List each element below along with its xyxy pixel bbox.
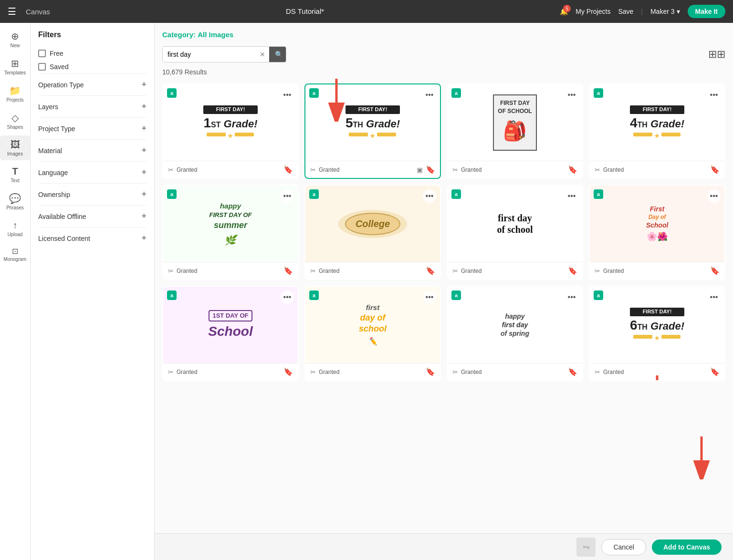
add-to-canvas-button[interactable]: Add to Canvas: [652, 539, 722, 555]
bookmark-icon[interactable]: 🔖: [710, 165, 720, 174]
sidebar-item-monogram[interactable]: ⊡ Monogram: [0, 243, 30, 266]
card-menu-button[interactable]: •••: [281, 290, 294, 304]
card-menu-button[interactable]: •••: [565, 290, 578, 304]
card-badge: a: [594, 88, 603, 98]
card-menu-button[interactable]: •••: [423, 290, 436, 304]
image-card[interactable]: a ••• FIRST DAY! 6TH Grade! ★ ✂ Gran: [589, 286, 725, 381]
bookmark-icon[interactable]: 🔖: [568, 266, 577, 275]
nav-right: 🔔 5 My Projects Save | Maker 3 ▾ Make It: [560, 5, 725, 18]
sidebar-item-text[interactable]: T Text: [0, 162, 30, 187]
category-value: All Images: [198, 31, 233, 39]
preview-icon[interactable]: ▣: [417, 166, 423, 174]
filter-section-available-offline[interactable]: Available Offline +: [38, 205, 147, 227]
search-wrapper: ✕ 🔍: [162, 46, 286, 62]
bookmark-icon[interactable]: 🔖: [283, 367, 293, 376]
card-menu-button[interactable]: •••: [423, 88, 436, 102]
image-grid: a ••• FIRST DAY! 1ST Grade! ★ ✂ Gran: [162, 83, 725, 381]
image-card[interactable]: a ••• First Day of School 🌸🌺 ✂ Granted 🔖: [589, 185, 725, 280]
bookmark-icon[interactable]: 🔖: [426, 165, 435, 174]
filter-free[interactable]: Free: [38, 47, 147, 60]
card-menu-button[interactable]: •••: [707, 88, 721, 102]
search-clear-icon[interactable]: ✕: [256, 51, 269, 58]
image-card[interactable]: a ••• FIRST DAY! 4TH Grade! ★ ✂ Gran: [589, 83, 725, 179]
save-button[interactable]: Save: [618, 8, 633, 15]
filter-section-operation-type[interactable]: Operation Type +: [38, 73, 147, 95]
card-menu-button[interactable]: •••: [565, 88, 578, 102]
cut-icon: ✂: [595, 166, 600, 174]
card-art: 1ST DAY OF School: [208, 310, 252, 339]
bookmark-icon[interactable]: 🔖: [710, 266, 720, 275]
card-image-area: a ••• FIRST DAY OF SCHOOL 🎒: [448, 84, 582, 161]
card-menu-button[interactable]: •••: [707, 290, 721, 304]
menu-icon[interactable]: ☰: [8, 6, 16, 17]
card-footer: ✂ Granted 🔖: [590, 161, 724, 178]
filter-section-material[interactable]: Material +: [38, 139, 147, 161]
bookmark-icon[interactable]: 🔖: [568, 367, 577, 376]
bookmark-icon[interactable]: 🔖: [283, 165, 293, 174]
search-button[interactable]: 🔍: [269, 47, 286, 62]
card-menu-button[interactable]: •••: [423, 189, 436, 203]
card-menu-button[interactable]: •••: [281, 88, 294, 102]
my-projects-button[interactable]: My Projects: [576, 8, 610, 15]
phrases-icon: 💬: [9, 193, 21, 204]
bookmark-icon[interactable]: 🔖: [426, 266, 435, 275]
image-card[interactable]: a ••• first day of school ✏️ ✂ Granted 🔖: [304, 286, 441, 381]
cut-icon: ✂: [310, 166, 316, 174]
free-checkbox[interactable]: [38, 50, 46, 57]
filter-section-language[interactable]: Language +: [38, 161, 147, 183]
filter-section-licensed-content[interactable]: Licensed Content +: [38, 227, 147, 249]
sidebar-item-shapes[interactable]: ◇ Shapes: [0, 108, 30, 134]
image-card[interactable]: a ••• happy first day of spring ✂ Grante…: [447, 286, 583, 381]
card-badge: a: [167, 189, 177, 199]
saved-checkbox[interactable]: [38, 63, 46, 71]
cut-icon: ✂: [452, 368, 458, 376]
filter-saved[interactable]: Saved: [38, 60, 147, 73]
card-footer: ✂ Granted 🔖: [163, 161, 298, 178]
bookmark-icon[interactable]: 🔖: [568, 165, 577, 174]
make-it-button[interactable]: Make It: [688, 5, 725, 18]
sidebar-item-new[interactable]: ⊕ New: [0, 27, 30, 52]
card-footer: ✂ Granted 🔖: [448, 161, 582, 178]
card-menu-button[interactable]: •••: [565, 189, 578, 203]
card-badge: a: [594, 189, 603, 199]
available-offline-label: Available Offline: [38, 213, 86, 220]
sidebar-label-phrases: Phrases: [6, 205, 24, 210]
card-art: FIRST DAY! 5TH Grade! ★: [346, 105, 400, 139]
sidebar-item-images[interactable]: 🖼 Images: [0, 135, 30, 160]
card-badge: a: [451, 88, 461, 98]
layers-expand-icon: +: [141, 102, 147, 112]
image-card[interactable]: a ••• first day of school ✂ Granted 🔖: [447, 185, 583, 280]
image-card[interactable]: a ••• FIRST DAY! 5TH Grade! ★ ✂ Gran: [304, 83, 441, 179]
filter-section-project-type[interactable]: Project Type +: [38, 117, 147, 139]
maker-selector[interactable]: Maker 3 ▾: [650, 8, 680, 15]
filter-section-ownership[interactable]: Ownership +: [38, 183, 147, 205]
bookmark-icon[interactable]: 🔖: [283, 266, 293, 275]
card-art: happy FIRST DAY OF summer 🌿: [209, 201, 251, 247]
filter-section-layers[interactable]: Layers +: [38, 95, 147, 117]
image-card[interactable]: a ••• FIRST DAY! 1ST Grade! ★ ✂ Gran: [162, 83, 299, 179]
image-card[interactable]: a ••• 1ST DAY OF School ✂ Granted 🔖: [162, 286, 299, 381]
sidebar-item-upload[interactable]: ↑ Upload: [0, 216, 30, 241]
card-footer: ✂ Granted 🔖: [305, 262, 440, 279]
card-menu-button[interactable]: •••: [707, 189, 721, 203]
notification-bell[interactable]: 🔔 5: [560, 8, 568, 15]
cancel-button[interactable]: Cancel: [601, 539, 646, 555]
sidebar-item-templates[interactable]: ⊞ Templates: [0, 54, 30, 79]
licensed-content-label: Licensed Content: [38, 235, 90, 242]
sidebar-item-phrases[interactable]: 💬 Phrases: [0, 189, 30, 214]
project-type-label: Project Type: [38, 125, 75, 133]
card-art: first day of school ✏️: [359, 303, 387, 346]
bookmark-icon[interactable]: 🔖: [426, 367, 435, 376]
bookmark-icon[interactable]: 🔖: [710, 367, 720, 376]
sidebar-label-monogram: Monogram: [4, 257, 27, 262]
ownership-expand-icon: +: [141, 189, 147, 199]
image-card[interactable]: a ••• happy FIRST DAY OF summer 🌿 ✂ Gran…: [162, 185, 299, 280]
search-input[interactable]: [163, 47, 256, 62]
main-content: Category: All Images ✕ 🔍 ⊞⊞ 10,679 Resul…: [155, 23, 733, 560]
image-card[interactable]: a ••• College ✂ Granted 🔖: [304, 185, 441, 280]
sidebar-item-projects[interactable]: 📁 Projects: [0, 81, 30, 106]
image-card[interactable]: a ••• FIRST DAY OF SCHOOL 🎒 ✂ Granted 🔖: [447, 83, 583, 179]
grid-toggle-button[interactable]: ⊞⊞: [708, 48, 725, 61]
card-menu-button[interactable]: •••: [281, 189, 294, 203]
card-art: First Day of School 🌸🌺: [646, 205, 669, 242]
